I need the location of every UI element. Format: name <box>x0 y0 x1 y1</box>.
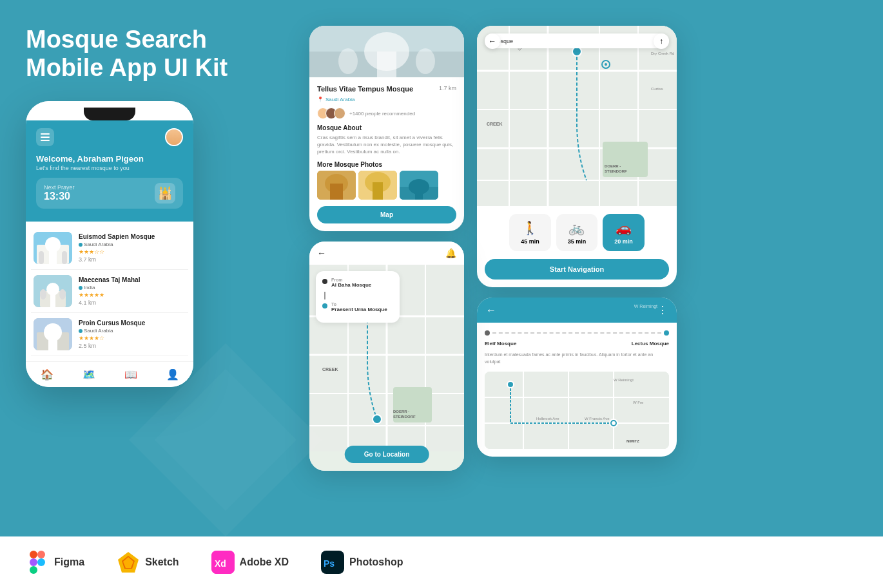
recommend-text: +1400 people recommended <box>349 111 415 117</box>
home-nav-icon[interactable]: 🏠 <box>41 368 53 381</box>
mosque-stars: ★★★☆☆ <box>79 249 186 255</box>
map-button[interactable]: Map <box>317 206 456 223</box>
svg-text:DOERR -: DOERR - <box>605 164 621 168</box>
walking-option[interactable]: 🚶 45 min <box>509 214 551 251</box>
mini-avatar <box>334 108 345 119</box>
avatar[interactable] <box>165 128 183 146</box>
mosque-stars: ★★★★★ <box>79 292 186 298</box>
mosque-stars: ★★★★☆ <box>79 335 186 341</box>
mosque-name: Euismod Sapien Mosque <box>79 233 186 240</box>
menu-line <box>41 133 50 135</box>
more-options-icon[interactable]: ⋮ <box>657 304 668 316</box>
figma-tool: Figma <box>26 551 84 574</box>
to-value: Praesent Urna Mosque <box>331 307 387 312</box>
map-background: CREEK DOERR - STEINDORF From Al B <box>309 265 464 471</box>
svg-text:Curtiss: Curtiss <box>651 87 663 91</box>
phone-header: Welcome, Abraham Pigeon Let's find the n… <box>26 120 193 222</box>
to-icon <box>322 303 327 308</box>
bg-decoration <box>129 343 322 536</box>
svg-text:W Fre: W Fre <box>633 401 644 404</box>
mosque-detail-distance: 1.7 km <box>439 85 456 91</box>
detail-header: Tellus Vitae Tempus Mosque 1.7 km <box>317 85 456 93</box>
nav-map-bg: CREEK DOERR - STEINDORF Sandplt Rd Dry C… <box>477 26 677 206</box>
timeline-description: Interdum et malesuada fames ac ante prim… <box>485 352 669 365</box>
bell-icon[interactable]: 🔔 <box>445 248 456 258</box>
welcome-text: Welcome, Abraham Pigeon <box>36 154 183 164</box>
svg-rect-83 <box>30 558 37 566</box>
from-label: From <box>331 278 371 282</box>
list-item[interactable]: Euismod Sapien Mosque Saudi Arabia ★★★☆☆… <box>31 227 188 270</box>
route-label: W Reimingt <box>634 304 657 308</box>
phone-notch <box>26 101 193 120</box>
from-to-panel: From Al Baha Mosque To Praesent Urna Mos… <box>316 271 400 323</box>
location-icon <box>79 286 82 290</box>
svg-rect-4 <box>39 251 44 264</box>
nav-detail-card: CREEK DOERR - STEINDORF Sandplt Rd Dry C… <box>477 26 677 287</box>
back-arrow-icon[interactable]: ← <box>317 248 326 258</box>
svg-text:W Reimingt: W Reimingt <box>614 378 634 382</box>
car-icon: 🚗 <box>616 220 632 236</box>
ps-label: Photoshop <box>349 556 403 568</box>
adobe-xd-tool: Xd Adobe XD <box>211 551 289 574</box>
phone-header-top <box>36 128 183 146</box>
svg-rect-27 <box>373 182 383 200</box>
title-block: Mosque Search Mobile App UI Kit <box>26 26 296 82</box>
go-to-location-button[interactable]: Go to Location <box>345 446 429 463</box>
walk-icon: 🚶 <box>522 220 538 236</box>
end-dot <box>664 330 669 336</box>
middle-section: Tellus Vitae Tempus Mosque 1.7 km 📍 Saud… <box>309 26 464 536</box>
svg-point-71 <box>507 381 514 388</box>
map-nav-icon[interactable]: 🗺️ <box>82 368 95 381</box>
xd-label: Adobe XD <box>240 556 289 568</box>
nav-search-bar[interactable]: Mosque 🔍 <box>485 33 669 48</box>
svg-point-61 <box>605 63 607 66</box>
list-item[interactable]: Maecenas Taj Mahal India ★★★★★ 4.1 km <box>31 270 188 313</box>
location-icon <box>79 329 82 333</box>
start-navigation-button[interactable]: Start Navigation <box>485 259 669 280</box>
cycling-option[interactable]: 🚲 35 min <box>556 214 598 251</box>
photos-row <box>317 171 456 200</box>
menu-icon[interactable] <box>36 128 54 146</box>
photo-thumb-2 <box>358 171 397 200</box>
sketch-tool: Sketch <box>117 551 179 574</box>
svg-text:NIMITZ: NIMITZ <box>626 439 639 443</box>
svg-text:STEINDORF: STEINDORF <box>605 169 627 173</box>
route-labels: Eleif Mosque Lectus Mosque <box>485 341 669 346</box>
svg-rect-31 <box>415 187 423 200</box>
upload-icon[interactable]: ↑ <box>654 33 669 49</box>
timeline-header: ← ⋮ W Reimingt <box>477 298 677 323</box>
mosque-name: Maecenas Taj Mahal <box>79 276 186 283</box>
svg-point-59 <box>572 47 581 56</box>
sketch-icon <box>117 551 140 574</box>
photo-thumb-1 <box>317 171 356 200</box>
nav-back-button[interactable]: ← <box>485 33 500 49</box>
page-title: Mosque Search Mobile App UI Kit <box>26 26 296 82</box>
bike-time: 35 min <box>568 238 587 245</box>
mosque-name: Proin Cursus Mosque <box>79 319 186 327</box>
recommend-row: +1400 people recommended <box>317 108 456 119</box>
figma-label: Figma <box>54 556 84 568</box>
photoshop-tool: Ps Photoshop <box>321 551 403 574</box>
svg-rect-19 <box>377 52 396 77</box>
driving-option[interactable]: 🚗 20 min <box>603 214 645 251</box>
svg-point-11 <box>59 289 66 299</box>
mosque-list: Euismod Sapien Mosque Saudi Arabia ★★★☆☆… <box>26 222 193 361</box>
start-dot <box>485 330 490 336</box>
figma-icon <box>26 551 49 574</box>
svg-text:Holbrook Ave: Holbrook Ave <box>536 417 559 421</box>
mosque-distance: 4.1 km <box>79 299 186 306</box>
prayer-time: 13:30 <box>44 191 75 202</box>
timeline-back-icon[interactable]: ← <box>486 305 496 316</box>
svg-point-73 <box>612 421 616 425</box>
mosque-thumb-1 <box>34 232 72 264</box>
svg-point-20 <box>338 48 358 74</box>
svg-rect-15 <box>48 332 57 350</box>
svg-text:W Francis Ave: W Francis Ave <box>585 417 610 421</box>
from-value: Al Baha Mosque <box>331 282 371 288</box>
car-time: 20 min <box>614 238 633 245</box>
mosque-distance: 3.7 km <box>79 256 186 263</box>
svg-rect-84 <box>30 566 37 574</box>
svg-rect-5 <box>62 251 67 264</box>
about-text: Cras sagittis sem a risus blandit, sit a… <box>317 134 456 156</box>
welcome-sub: Let's find the nearest mosque to you <box>36 165 183 171</box>
